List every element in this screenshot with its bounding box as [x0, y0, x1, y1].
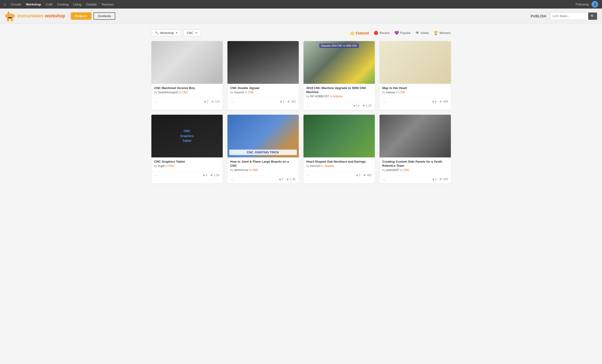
- card-category[interactable]: Arduino: [333, 95, 343, 98]
- svg-rect-7: [8, 17, 12, 18]
- card-item[interactable]: CNCGraphicsTablet CNC Graphics Tablet by…: [151, 115, 223, 184]
- main-content: 🔧 Workshop ▼ CNC ▼ ⭐ Featured 🔴 Recent 💜…: [147, 24, 456, 189]
- card-image: [379, 115, 451, 157]
- views-count: 1.2K: [366, 104, 372, 107]
- top-nav: ⌂ Circuits Workshop Craft Cooking Living…: [0, 0, 602, 9]
- card-item[interactable]: Map to Her Heart by kalauer in CNC ☆ ♥ 9…: [379, 41, 451, 110]
- user-avatar[interactable]: 👤: [591, 1, 598, 8]
- favorite-star-icon[interactable]: ☆: [230, 100, 234, 104]
- category-filter[interactable]: 🔧 Workshop ▼: [151, 30, 181, 36]
- nav-circuits[interactable]: Circuits: [11, 3, 21, 6]
- sort-featured[interactable]: ⭐ Featured: [350, 31, 369, 35]
- eye-icon: 👁: [287, 100, 290, 104]
- card-item[interactable]: Creating Custom Side Panels for a Youth …: [379, 115, 451, 184]
- search-input[interactable]: [550, 14, 588, 18]
- card-body: CNC Double Jigsaw by HuazeS in CNC: [227, 84, 299, 98]
- favorite-star-icon[interactable]: ☆: [306, 104, 310, 108]
- card-meta: by SweetHoneypot in CNC: [154, 91, 220, 94]
- card-meta: by Kevr102 in Jewelry: [306, 164, 372, 168]
- featured-icon: ⭐: [350, 31, 355, 35]
- views-count: 352: [291, 100, 296, 103]
- card-title: Map to Her Heart: [382, 86, 448, 90]
- card-stats: ♥ 2 👁 352: [280, 100, 296, 104]
- card-category[interactable]: CNC: [169, 164, 175, 168]
- favorite-star-icon[interactable]: ☆: [154, 173, 158, 178]
- eye-icon: 👁: [362, 104, 365, 108]
- likes-stat: ♥ 14: [354, 104, 359, 108]
- svg-rect-11: [11, 19, 13, 21]
- search-button[interactable]: 🔍: [588, 13, 597, 20]
- sort-views[interactable]: 👁 Views: [415, 31, 429, 35]
- nav-living[interactable]: Living: [73, 3, 81, 6]
- card-author[interactable]: HuazeS: [234, 91, 244, 94]
- eye-icon: 👁: [211, 100, 214, 104]
- card-item[interactable]: Heart Shaped Oak Necklace and Earings. b…: [303, 115, 375, 184]
- heart-icon: ♥: [279, 178, 281, 181]
- card-item[interactable]: Upgrade 3018 CNC to 5050 CNC 3018 CNC Ma…: [303, 41, 375, 110]
- projects-button[interactable]: Projects: [71, 12, 92, 20]
- views-stat: 👁 481: [363, 174, 372, 177]
- card-item[interactable]: CNC Double Jigsaw by HuazeS in CNC ☆ ♥ 2…: [227, 41, 299, 110]
- card-footer: ☆ ♥ 2 👁 123: [151, 98, 223, 106]
- heart-icon: ♥: [356, 174, 358, 177]
- nav-craft[interactable]: Craft: [46, 3, 52, 6]
- card-author[interactable]: RP HOBBYIST: [310, 95, 329, 98]
- nav-workshop[interactable]: Workshop: [26, 3, 41, 6]
- card-stats: ♥ 9 👁 608: [432, 100, 448, 104]
- card-category[interactable]: CNC: [403, 168, 409, 172]
- sort-recent[interactable]: 🔴 Recent: [374, 31, 389, 35]
- nav-teachers[interactable]: Teachers: [101, 3, 114, 6]
- card-stats: ♥ 5 👁 1.3K: [279, 178, 296, 181]
- filter-row: 🔧 Workshop ▼ CNC ▼ ⭐ Featured 🔴 Recent 💜…: [151, 30, 451, 36]
- card-image: CNCGraphicsTablet: [151, 115, 223, 157]
- card-author[interactable]: SweetHoneypot: [158, 91, 178, 94]
- card-category[interactable]: CNC: [248, 91, 254, 94]
- card-title: CNC Machined Voronoi Box: [154, 86, 220, 90]
- views-count: 608: [443, 100, 448, 103]
- favorite-star-icon[interactable]: ☆: [382, 100, 386, 104]
- favorite-star-icon[interactable]: ☆: [382, 177, 386, 182]
- favorite-star-icon[interactable]: ☆: [154, 100, 158, 104]
- eye-icon: 👁: [363, 174, 366, 177]
- popular-icon: 💜: [394, 31, 399, 35]
- nav-cooking[interactable]: Cooking: [57, 3, 69, 6]
- card-author[interactable]: Kevr102: [310, 164, 321, 168]
- heart-icon: ♥: [432, 100, 434, 104]
- card-category[interactable]: Jewelry: [324, 164, 334, 168]
- card-author[interactable]: lingib: [158, 164, 165, 168]
- recent-icon: 🔴: [374, 31, 378, 35]
- contests-button[interactable]: Contests: [93, 12, 115, 20]
- card-image: [227, 41, 299, 84]
- card-meta: by joebob007 in CNC: [382, 168, 448, 172]
- subcategory-filter[interactable]: CNC ▼: [183, 30, 201, 36]
- eye-icon: 👁: [210, 174, 213, 177]
- card-item[interactable]: CNC JOINTING TRICK How to Joint & Plane …: [227, 115, 299, 184]
- card-category[interactable]: CNC: [182, 91, 188, 94]
- favorite-star-icon[interactable]: ☆: [230, 177, 234, 182]
- card-footer: ☆ ♥ 9 👁 1.5K: [151, 171, 223, 179]
- views-stat: 👁 1.3K: [286, 178, 296, 181]
- favorite-star-icon[interactable]: ☆: [306, 173, 310, 178]
- card-category[interactable]: CNC: [399, 91, 406, 94]
- card-category[interactable]: CNC: [252, 168, 258, 172]
- publish-button[interactable]: PUBLISH: [531, 14, 546, 18]
- home-icon[interactable]: ⌂: [4, 2, 6, 6]
- card-author[interactable]: joebob007: [386, 168, 399, 172]
- card-title: CNC Double Jigsaw: [230, 86, 296, 90]
- sort-popular[interactable]: 💜 Popular: [394, 31, 411, 35]
- card-body: Map to Her Heart by kalauer in CNC: [379, 84, 451, 98]
- card-stats: ♥ 5 👁 481: [356, 174, 372, 177]
- svg-point-5: [8, 15, 9, 16]
- sort-winners[interactable]: 🏆 Winners: [433, 31, 451, 35]
- likes-stat: ♥ 2: [280, 100, 284, 104]
- logo-area: instructables workshop: [5, 10, 65, 22]
- card-title: Heart Shaped Oak Necklace and Earings.: [306, 160, 372, 164]
- card-author[interactable]: kalauer: [386, 91, 396, 94]
- card-title: Creating Custom Side Panels for a Youth …: [382, 160, 448, 168]
- following-link[interactable]: Following: [576, 3, 589, 6]
- filter-left: 🔧 Workshop ▼ CNC ▼: [151, 30, 201, 36]
- nav-outside[interactable]: Outside: [86, 3, 97, 6]
- card-author[interactable]: darbinorvar: [234, 168, 249, 172]
- card-item[interactable]: CNC Machined Voronoi Box by SweetHoneypo…: [151, 41, 223, 110]
- likes-stat: ♥ 9: [432, 100, 436, 104]
